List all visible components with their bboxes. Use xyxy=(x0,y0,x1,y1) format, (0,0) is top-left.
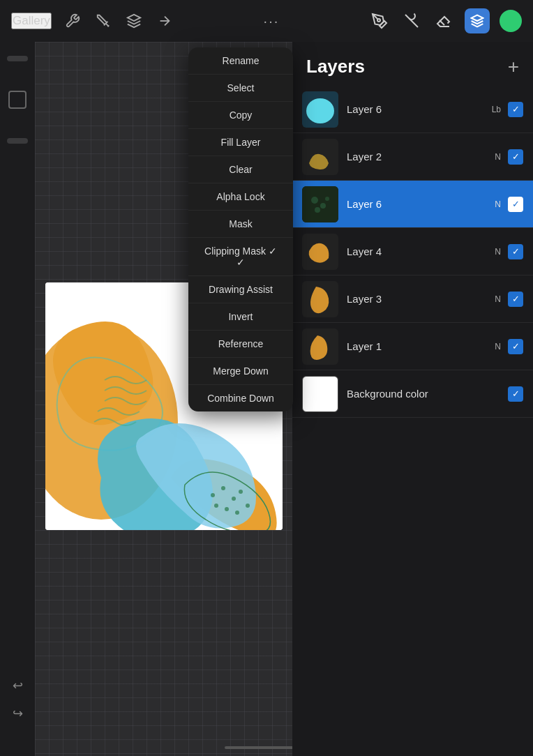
arrow-icon[interactable] xyxy=(155,11,174,31)
svg-line-2 xyxy=(107,25,109,27)
top-toolbar: Gallery xyxy=(0,0,533,42)
context-menu-item-alpha-lock[interactable]: Alpha Lock xyxy=(188,183,293,211)
svg-point-10 xyxy=(221,486,225,490)
layers-list: Layer 6LbLayer 2NLayer 6NLayer 4NLayer 3… xyxy=(292,86,533,418)
context-menu-item-clear[interactable]: Clear xyxy=(188,156,293,183)
layer-name-layer1: Layer 1 xyxy=(347,340,495,352)
layer-item-layer1[interactable]: Layer 1N xyxy=(292,323,533,370)
svg-point-5 xyxy=(377,19,380,22)
layer-mode-layer1: N xyxy=(495,342,501,351)
layer-name-layer3: Layer 3 xyxy=(347,293,495,305)
svg-point-9 xyxy=(211,493,215,497)
svg-point-15 xyxy=(246,504,250,508)
layer-thumbnail-layer4 xyxy=(302,234,338,270)
svg-point-16 xyxy=(235,511,239,515)
context-menu-item-clipping-mask[interactable]: Clipping Mask ✓ xyxy=(188,238,293,276)
svg-point-11 xyxy=(232,497,236,501)
toolbar-right xyxy=(368,8,522,33)
context-menu-item-rename[interactable]: Rename xyxy=(188,47,293,75)
eraser-tool-icon[interactable] xyxy=(433,10,455,32)
more-options-button[interactable]: ··· xyxy=(264,13,280,29)
svg-rect-18 xyxy=(302,186,338,222)
layer-mode-layer4: N xyxy=(495,247,501,257)
layer-name-bg: Background color xyxy=(347,388,508,400)
left-sidebar: ↩ ↪ xyxy=(0,42,35,756)
layer-item-layer2[interactable]: Layer 2N xyxy=(292,133,533,181)
layer-checkbox-layer4[interactable] xyxy=(508,244,523,259)
layers-stack-icon[interactable] xyxy=(124,11,144,31)
layer-thumbnail-layer6-active xyxy=(302,186,338,222)
layer-checkbox-bg[interactable] xyxy=(508,386,523,402)
layer-checkbox-layer1[interactable] xyxy=(508,339,523,354)
context-menu-item-fill-layer[interactable]: Fill Layer xyxy=(188,129,293,156)
layer-name-layer6-active: Layer 6 xyxy=(347,198,495,210)
layer-thumbnail-bg xyxy=(302,376,338,412)
layer-mode-layer3: N xyxy=(495,294,501,304)
smudge-tool-icon[interactable] xyxy=(400,10,423,32)
magic-wand-icon[interactable] xyxy=(93,11,113,31)
svg-marker-6 xyxy=(472,15,483,21)
layers-panel-button[interactable] xyxy=(465,8,490,33)
layer-mode-layer2: N xyxy=(495,152,501,162)
layer-thumbnail-layer2 xyxy=(302,139,338,175)
context-menu: RenameSelectCopyFill LayerClearAlpha Loc… xyxy=(188,47,293,411)
svg-point-12 xyxy=(225,507,229,511)
layer-name-layer6-top: Layer 6 xyxy=(347,103,492,115)
context-menu-item-drawing-assist[interactable]: Drawing Assist xyxy=(188,276,293,303)
svg-point-20 xyxy=(320,203,326,209)
transform-square[interactable] xyxy=(8,91,27,109)
context-menu-item-copy[interactable]: Copy xyxy=(188,102,293,129)
layer-checkbox-layer3[interactable] xyxy=(508,292,523,307)
context-menu-item-merge-down[interactable]: Merge Down xyxy=(188,358,293,385)
layer-mode-layer6-top: Lb xyxy=(492,105,501,114)
layer-thumbnail-layer3 xyxy=(302,281,338,317)
svg-point-19 xyxy=(311,197,318,204)
context-menu-item-combine-down[interactable]: Combine Down xyxy=(188,385,293,411)
layer-thumbnail-layer1 xyxy=(302,328,338,365)
layer-checkbox-layer6-top[interactable] xyxy=(508,102,523,117)
layer-thumbnail-layer6-top xyxy=(302,91,338,128)
add-layer-button[interactable]: + xyxy=(508,57,519,77)
layers-title: Layers xyxy=(306,56,365,77)
svg-marker-3 xyxy=(128,15,140,21)
color-picker[interactable] xyxy=(500,10,522,32)
context-menu-item-invert[interactable]: Invert xyxy=(188,303,293,331)
pen-tool-icon[interactable] xyxy=(368,10,391,32)
layer-item-layer4[interactable]: Layer 4N xyxy=(292,228,533,275)
layer-checkbox-layer2[interactable] xyxy=(508,149,523,165)
toolbar-left: Gallery xyxy=(11,11,174,31)
context-menu-item-reference[interactable]: Reference xyxy=(188,331,293,358)
layer-name-layer4: Layer 4 xyxy=(347,245,495,257)
redo-button[interactable]: ↪ xyxy=(13,706,23,721)
layers-panel: Layers + Layer 6LbLayer 2NLayer 6NLayer … xyxy=(292,42,533,756)
layer-item-layer3[interactable]: Layer 3N xyxy=(292,275,533,323)
brush-size-slider[interactable] xyxy=(7,56,28,61)
undo-button[interactable]: ↩ xyxy=(13,678,23,693)
svg-point-21 xyxy=(315,207,320,213)
svg-point-14 xyxy=(239,490,243,494)
svg-point-22 xyxy=(325,197,329,201)
layer-item-layer6-active[interactable]: Layer 6N xyxy=(292,181,533,228)
svg-point-17 xyxy=(306,98,334,123)
gallery-button[interactable]: Gallery xyxy=(11,13,52,29)
layer-item-layer6-top[interactable]: Layer 6Lb xyxy=(292,86,533,133)
opacity-slider[interactable] xyxy=(7,138,28,144)
svg-point-13 xyxy=(214,504,218,508)
layer-mode-layer6-active: N xyxy=(495,199,501,209)
layer-name-layer2: Layer 2 xyxy=(347,151,495,162)
context-menu-item-mask[interactable]: Mask xyxy=(188,211,293,238)
layer-item-bg[interactable]: Background color xyxy=(292,370,533,418)
layers-header: Layers + xyxy=(292,42,533,86)
toolbar-center: ··· xyxy=(264,13,280,29)
context-menu-item-select[interactable]: Select xyxy=(188,75,293,102)
wrench-icon[interactable] xyxy=(63,11,82,31)
layer-checkbox-layer6-active[interactable] xyxy=(508,197,523,212)
